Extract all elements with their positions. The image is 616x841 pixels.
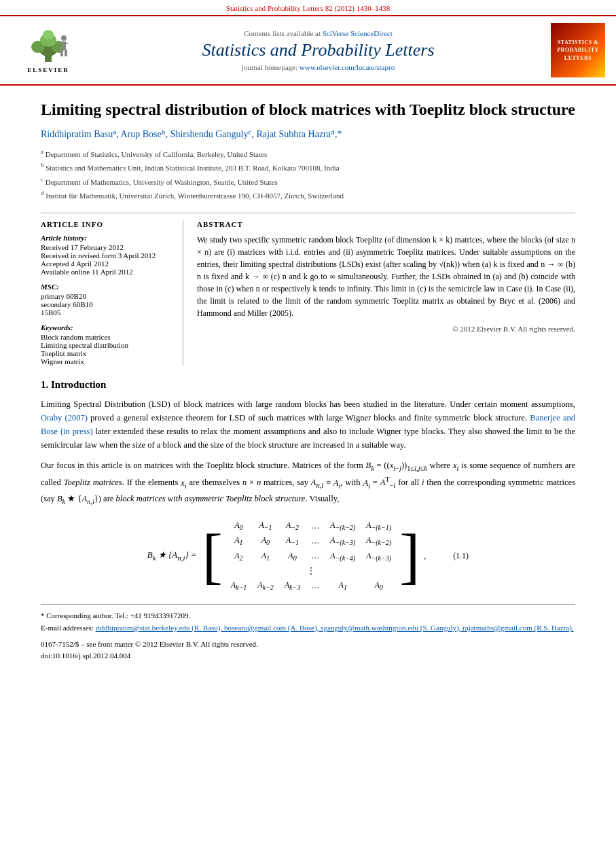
elsevier-logo-section: ELSEVIER <box>11 28 86 73</box>
journal-logo-box: STATISTICS & PROBABILITY LETTERS <box>551 23 605 77</box>
keyword-1: Block random matrices <box>41 333 176 341</box>
footnote-section: * Corresponding author. Tel.: +41 919433… <box>41 604 575 662</box>
journal-citation: Statistics and Probability Letters 82 (2… <box>226 4 390 12</box>
keyword-3: Toeplitz matrix <box>41 349 176 357</box>
section-title: Introduction <box>51 379 106 390</box>
elsevier-wordmark: ELSEVIER <box>27 67 69 73</box>
copyright-line: © 2012 Elsevier B.V. All rights reserved… <box>197 325 575 333</box>
affiliations: a Department of Statistics, University o… <box>41 147 575 202</box>
keyword-2: Limiting spectral distribution <box>41 341 176 349</box>
revised-date: Received in revised form 3 April 2012 <box>41 251 176 260</box>
affiliation-b: b Statistics and Mathematics Unit, India… <box>41 160 575 174</box>
top-bar: Statistics and Probability Letters 82 (2… <box>0 0 616 16</box>
section-number: 1. <box>41 379 48 390</box>
doi: doi:10.1016/j.spl.2012.04.004 <box>41 650 575 662</box>
matrix-row-1: A1 A0 A−1 … A−(k−3) A−(k−2) <box>225 533 397 548</box>
history-label: Article history: <box>41 234 176 242</box>
keyword-4: Wigner matrix <box>41 357 176 365</box>
corresponding-note: * Corresponding author. Tel.: +41 919433… <box>41 610 575 622</box>
doi-line: 0167-7152/$ – see front matter © 2012 El… <box>41 639 575 662</box>
right-bracket: ] <box>399 529 420 584</box>
introduction-section: 1. Introduction Limiting Spectral Distri… <box>41 379 575 593</box>
left-bracket: [ <box>202 529 223 584</box>
ref-banerjee[interactable]: Banerjee and Bose (in press) <box>41 413 575 436</box>
eq-lhs: Bk ★ {An,i} = <box>147 550 197 562</box>
ref-oraby[interactable]: Oraby (2007) <box>41 413 88 423</box>
matrix-row-0: A0 A−1 A−2 … A−(k−2) A−(k−1) <box>225 518 397 533</box>
affiliation-d: d Institut für Mathematik, Universität Z… <box>41 188 575 202</box>
matrix-table: A0 A−1 A−2 … A−(k−2) A−(k−1) A1 A0 A−1 …… <box>225 518 397 594</box>
abstract-col: ABSTRACT We study two specific symmetric… <box>197 220 575 365</box>
online-date: Available online 11 April 2012 <box>41 268 176 276</box>
journal-header: ELSEVIER Contents lists available at Sci… <box>0 16 616 86</box>
journal-logo-right: STATISTICS & PROBABILITY LETTERS <box>551 23 605 77</box>
matrix-row-last: Ak−1 Ak−2 Ak−3 … A1 A0 <box>225 578 397 593</box>
journal-homepage-link[interactable]: www.elsevier.com/locate/stapro <box>300 63 395 71</box>
copyright-doi: 0167-7152/$ – see front matter © 2012 El… <box>41 639 575 651</box>
main-content: Limiting spectral distribution of block … <box>0 86 616 676</box>
svg-point-5 <box>43 30 54 39</box>
article-info: ARTICLE INFO Article history: Received 1… <box>41 220 183 365</box>
svg-point-6 <box>61 35 67 41</box>
svg-rect-8 <box>60 43 63 44</box>
received-date: Received 17 February 2012 <box>41 243 176 251</box>
matrix-row-dots: ⋮ <box>225 564 397 578</box>
msc-primary: primary 60B20 <box>41 292 176 300</box>
email-line: E-mail addresses: riddhipratim@stat.berk… <box>41 622 575 634</box>
msc-secondary: secondary 60B10 <box>41 300 176 308</box>
affiliation-a: a Department of Statistics, University o… <box>41 147 575 160</box>
logo-line2: PROBABILITY <box>557 46 599 54</box>
matrix-row-2: A2 A1 A0 … A−(k−4) A−(k−3) <box>225 549 397 564</box>
svg-rect-9 <box>65 43 68 44</box>
keywords-label: Keywords: <box>41 323 176 332</box>
eq-number: (1.1) <box>453 551 469 561</box>
article-info-heading: ARTICLE INFO <box>41 220 176 228</box>
abstract-heading: ABSTRACT <box>197 220 575 228</box>
svg-rect-7 <box>62 41 66 50</box>
sciversedirect-link[interactable]: SciVerse ScienceDirect <box>323 29 393 37</box>
paper-title: Limiting spectral distribution of block … <box>41 99 575 120</box>
msc-tertiary: 15B05 <box>41 308 176 317</box>
journal-title: Statistics and Probability Letters <box>92 40 544 60</box>
authors: Riddhipratim Basuᵃ, Arup Boseᵇ, Shirshen… <box>41 128 575 140</box>
article-info-abstract: ARTICLE INFO Article history: Received 1… <box>41 213 575 365</box>
section-heading: 1. Introduction <box>41 379 575 391</box>
journal-center: Contents lists available at SciVerse Sci… <box>92 29 544 71</box>
logo-line1: STATISTICS & <box>558 39 599 46</box>
intro-para1: Limiting Spectral Distribution (LSD) of … <box>41 397 575 452</box>
abstract-text: We study two specific symmetric random b… <box>197 234 575 319</box>
affiliation-c: c Department of Mathematics, University … <box>41 175 575 188</box>
comma: , <box>424 551 426 561</box>
elsevier-tree-icon <box>24 28 72 65</box>
journal-homepage: journal homepage: www.elsevier.com/locat… <box>92 63 544 71</box>
intro-para2: Our focus in this article is on matrices… <box>41 459 575 507</box>
contents-available: Contents lists available at SciVerse Sci… <box>92 29 544 37</box>
svg-rect-11 <box>65 50 67 56</box>
msc-label: MSC: <box>41 283 176 291</box>
accepted-date: Accepted 4 April 2012 <box>41 260 176 268</box>
matrix-equation: Bk ★ {An,i} = [ A0 A−1 A−2 … A−(k−2) A−(… <box>41 518 575 594</box>
email-links[interactable]: riddhipratim@stat.berkeley.edu (R. Basu)… <box>96 624 574 632</box>
svg-rect-10 <box>60 50 63 56</box>
email-label: E-mail addresses: <box>41 624 94 632</box>
logo-line3: LETTERS <box>564 54 592 62</box>
